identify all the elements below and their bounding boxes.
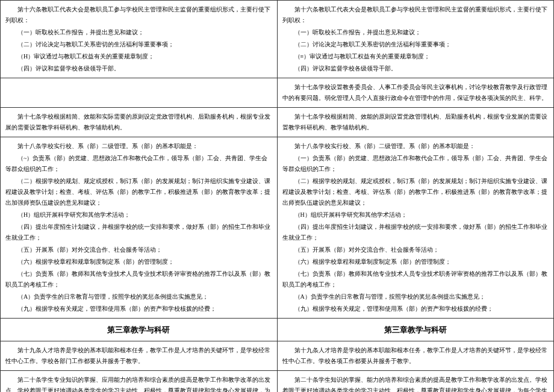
cell-right-5: 第三章教学与科研 [277, 319, 554, 341]
text: 第十八条学校实行校、系（部）二级管理。系（部）的基本职能是： [282, 141, 549, 152]
text: 第二十条学生知识的掌握、能力的培养和综合素质的提高是教学工作和教学改革的出发点。… [282, 375, 549, 392]
cell-right-3: 第十七条学校根据精简、效能的原则设置党政管理机构、后勤服务机构，根据专业发展的需… [277, 108, 554, 137]
row-3: 第十七条学校根据精简、效能和实际需要的原则设定党政管理机构、后勤服务机构，根据专… [1, 108, 554, 137]
row-2: 第十七条学校设置教务委员会、人事工作委员会等民主议事机构，讨论学校教育教学及行政… [1, 78, 554, 108]
text: （四）评议和监督学校各级领导干部。 [5, 63, 272, 74]
row-1: 第十六条教职工代表大会是教职员工参与学校民主管理和民主监督的重要组织形式，主要行… [1, 1, 554, 78]
text: 第十七条学校根据精简、效能的原则设置党政管理机构、后勤服务机构，根据专业发展的需… [282, 111, 549, 133]
text: 第十七条学校根据精简、效能和实际需要的原则设定党政管理机构、后勤服务机构，根据专… [5, 111, 272, 133]
text: （九）根据学校有关规定，管理和使用系（部）的资产和学校核拨的经费； [5, 303, 272, 314]
text: （H）组织开展科学研究和其他学术活动； [282, 210, 549, 220]
text: （五）开展系（部）对外交流合作、社会服务等活动； [282, 244, 549, 255]
text: 第十八条学校实行校、系（部）二级管理。系（部）的基本职能是： [5, 141, 272, 152]
text: 第十九条人才培养是学校的基本职能和根本任务，教学工作是人才培养的关键环节，是学校… [282, 345, 549, 367]
text: （二）讨论决定与教职工关系密切的生活福利等重要事项； [282, 39, 549, 50]
text: 第十九条人才培养是学校的基本职能和根本任务，教学工作是人才培养的关键环节，是学校… [5, 345, 272, 367]
text: （四）提出年度招生计划建议，并根据学校的统一安排和要求，做好系（部）的招生工作和… [5, 222, 272, 243]
cell-right-7: 第二十条学生知识的掌握、能力的培养和综合素质的提高是教学工作和教学改革的出发点。… [277, 371, 554, 392]
text: （一）听取校长工作报告，并提出意见和建议； [282, 27, 549, 38]
text: （六）根据学校章程和规章制度制定系（部）的管理制度； [282, 257, 549, 267]
text: （H）组织开展科学研究和其他学术活动； [5, 210, 272, 220]
cell-left-6: 第十九条人才培养是学校的基本职能和根本任务，教学工作是人才培养的关键环节，是学校… [1, 341, 278, 371]
text: （A）负责学生的日常教育与管理，按照学校的奖惩条例提出实施意见； [5, 291, 272, 302]
cell-left-5: 第三章教学与科研 [1, 319, 278, 341]
text: 第十六条教职工代表大会是教职员工参与学校民主管理和民主监督的重要组织形式，主要行… [5, 4, 272, 26]
cell-right-4: 第十八条学校实行校、系（部）二级管理。系（部）的基本职能是： （一）负责系（部）… [277, 137, 554, 319]
cell-left-1: 第十六条教职工代表大会是教职员工参与学校民主管理和民主监督的重要组织形式，主要行… [1, 1, 278, 78]
chapter-heading-right: 第三章教学与科研 [282, 321, 549, 338]
row-5: 第三章教学与科研 第三章教学与科研 [1, 319, 554, 341]
cell-right-2: 第十七条学校设置教务委员会、人事工作委员会等民主议事机构，讨论学校教育教学及行政… [277, 78, 554, 108]
row-4: 第十八条学校实行校、系（部）二级管理。系（部）的基本职能是： （~）负责系（部）… [1, 137, 554, 319]
text: （二）根据学校的规划、规定或授权，制订系（部）的发展规划；制订并组织实施专业建设… [5, 176, 272, 208]
row-6: 第十九条人才培养是学校的基本职能和根本任务，教学工作是人才培养的关键环节，是学校… [1, 341, 554, 371]
text: 第十六条教职工代表大会是教职员工参与学校民主管理和民主监督的重要组织形式，主要行… [282, 4, 549, 26]
text: （五）开展系（部）对外交流合作、社会服务等活动； [5, 244, 272, 255]
text: （~）负责系（部）的党建、思想政治工作和教代会工作，领导系（部）工会、共青团、学… [5, 153, 272, 175]
chapter-heading-left: 第三章教学与科研 [5, 321, 272, 338]
text: （一）听取校长工作报告，并提出意见和建议； [5, 27, 272, 38]
text: （二）根据学校的规划、规定或授权，制订系（部）的发展规划；制订并组织实施专业建设… [282, 176, 549, 208]
text: （七）负责系（部）教师和其他专业技术人员专业技术职务评审资格的推荐工作以及系（部… [282, 269, 549, 290]
cell-left-3: 第十七条学校根据精简、效能和实际需要的原则设定党政管理机构、后勤服务机构，根据专… [1, 108, 278, 137]
row-7: 第二十条学生专业知识的掌握、应用能力的培养和综合素质的提高是教学工作和教学改革的… [1, 371, 554, 392]
cell-left-4: 第十八条学校实行校、系（部）二级管理。系（部）的基本职能是： （~）负责系（部）… [1, 137, 278, 319]
cell-left-2 [1, 78, 278, 108]
text: （≡）审议通过与教职工权益有关的重要规章制度； [282, 51, 549, 62]
cell-right-1: 第十六条教职工代表大会是教职员工参与学校民主管理和民主监督的重要组织形式，主要行… [277, 1, 554, 78]
text: （A）负责学生的日常教育与管理，按照学校的奖惩条例提出实施意见； [282, 291, 549, 302]
text: 第十七条学校设置教务委员会、人事工作委员会等民主议事机构，讨论学校教育教学及行政… [282, 82, 549, 104]
text: 第二十条学生专业知识的掌握、应用能力的培养和综合素质的提高是教学工作和教学改革的… [5, 375, 272, 392]
cell-left-7: 第二十条学生专业知识的掌握、应用能力的培养和综合素质的提高是教学工作和教学改革的… [1, 371, 278, 392]
cell-right-6: 第十九条人才培养是学校的基本职能和根本任务，教学工作是人才培养的关键环节，是学校… [277, 341, 554, 371]
text: （H）审议通过与教职工权益有关的重要规章制度； [5, 51, 272, 62]
text: （一）负责系（部）的党建、思想政治工作和教代会工作，领导系（部）工会、共青团、学… [282, 153, 549, 175]
text: （九）根据学校有关规定，管理和使用系（部）的资产和学校核拨的经费； [282, 303, 549, 314]
text: （二）讨论决定与教职工关系密切的生活福利等重要事项； [5, 39, 272, 50]
text: （六）根据学校章程和规章制度制定系（部）的管理制度； [5, 257, 272, 267]
text: （四）提出年度招生计划建议，并根据学校的统一安排和要求，做好系（部）的招生工作和… [282, 222, 549, 243]
comparison-table: 第十六条教职工代表大会是教职员工参与学校民主管理和民主监督的重要组织形式，主要行… [0, 0, 554, 392]
text: （七）负责系（部）教师和其他专业技术人员专业技术职务评审资格的推荐工作以及系（部… [5, 269, 272, 290]
text: （四）评议和监督学校各级领导干部。 [282, 63, 549, 74]
